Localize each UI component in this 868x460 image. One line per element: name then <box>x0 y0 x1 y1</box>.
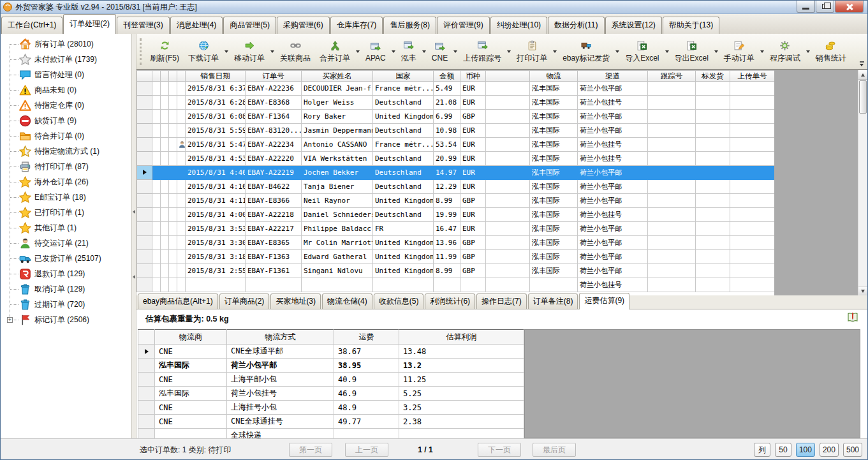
order-cell[interactable]: EUR <box>460 208 486 222</box>
debug-button[interactable]: 程序调试 <box>765 38 805 65</box>
order-cell[interactable] <box>486 264 530 278</box>
order-cell[interactable] <box>730 222 775 236</box>
order-cell[interactable]: United Kingdom <box>373 194 434 208</box>
order-cell[interactable]: EBAY-A22220 <box>246 152 302 166</box>
column-header[interactable]: 国家 <box>373 71 434 82</box>
order-cell[interactable]: 荷兰小包平邮 <box>578 250 648 264</box>
freight-row[interactable]: CNE上海平邮小包40.911.25 <box>138 373 524 387</box>
order-cell[interactable]: 12.29 <box>434 180 460 194</box>
order-cell[interactable]: 2015/8/31 5:47 <box>186 138 246 152</box>
flag-cell[interactable] <box>169 152 177 166</box>
order-cell[interactable]: 泓丰国际 <box>530 166 578 180</box>
detail-tab-freight-estimate[interactable]: 运费估算(9) <box>579 293 629 309</box>
order-cell[interactable] <box>696 208 730 222</box>
order-row[interactable]: 2015/8/31 4:00EBAY-A22218Daniel Schniede… <box>137 208 775 222</box>
menu-tab-order-processing[interactable]: 订单处理(2) <box>63 14 116 34</box>
order-cell[interactable]: 13.96 <box>434 236 460 250</box>
row-selector[interactable] <box>137 278 152 292</box>
order-cell[interactable] <box>186 278 246 292</box>
order-cell[interactable] <box>696 264 730 278</box>
ebay-mark-shipped-button[interactable]: ebay标记发货 <box>558 38 614 65</box>
flag-cell[interactable] <box>161 110 169 124</box>
order-cell[interactable] <box>696 250 730 264</box>
order-cell[interactable]: Jochen Bekker <box>302 166 373 180</box>
row-selector[interactable] <box>137 194 152 208</box>
order-cell[interactable]: Deutschland <box>373 124 434 138</box>
freight-cell[interactable] <box>155 429 227 439</box>
order-row[interactable]: 2015/8/31 6:37EBAY-A22236DECOUDIER Jean-… <box>137 82 775 96</box>
order-cell[interactable]: EBAY-83120... <box>246 124 302 138</box>
row-selector[interactable] <box>137 264 152 278</box>
flag-cell[interactable] <box>177 278 186 292</box>
order-cell[interactable]: 荷兰小包挂号 <box>578 208 648 222</box>
order-cell[interactable]: 5.49 <box>434 82 460 96</box>
order-cell[interactable]: 16.47 <box>434 222 460 236</box>
order-cell[interactable] <box>730 236 775 250</box>
order-cell[interactable]: 11.99 <box>434 250 460 264</box>
flag-cell[interactable] <box>169 166 177 180</box>
upload-tracking-dropdown-button[interactable] <box>506 50 511 53</box>
order-cell[interactable]: FR <box>373 222 434 236</box>
row-selector[interactable] <box>137 222 152 236</box>
minimize-button[interactable] <box>797 1 815 13</box>
order-cell[interactable] <box>648 138 696 152</box>
order-cell[interactable] <box>486 166 530 180</box>
freight-row[interactable]: 泓丰国际荷兰小包平邮38.9513.2 <box>138 359 524 373</box>
row-selector[interactable] <box>138 387 155 401</box>
menu-tab-dispute-processing[interactable]: 纠纷处理(10) <box>490 17 547 34</box>
flag-cell[interactable] <box>152 278 161 292</box>
book-icon[interactable] <box>847 312 858 323</box>
order-cell[interactable] <box>648 96 696 110</box>
freight-row[interactable]: CNECNE全球通挂号49.772.38 <box>138 415 524 429</box>
flag-cell[interactable] <box>177 138 186 152</box>
freight-cell[interactable]: 5.25 <box>399 387 524 401</box>
first-page-button[interactable]: 第一页 <box>289 443 332 457</box>
order-cell[interactable]: 2015/8/31 2:55 <box>186 264 246 278</box>
freight-cell[interactable]: 泓丰国际 <box>155 359 227 373</box>
sidebar-item-eub-orders[interactable]: E邮宝订单 (18) <box>1 189 131 205</box>
sidebar-item-refund-orders[interactable]: 退款订单 (129) <box>1 266 131 281</box>
order-cell[interactable]: 2015/8/31 6:08 <box>186 110 246 124</box>
order-cell[interactable]: VIA Werkstätten ... <box>302 152 373 166</box>
flag-cell[interactable] <box>152 82 161 96</box>
flag-cell[interactable] <box>152 208 161 222</box>
order-cell[interactable] <box>696 194 730 208</box>
order-cell[interactable] <box>730 138 775 152</box>
order-cell[interactable]: Singani Ndlovu <box>302 264 373 278</box>
order-cell[interactable]: 2015/8/31 4:46 <box>186 166 246 180</box>
order-cell[interactable]: 6.99 <box>434 110 460 124</box>
freight-cell[interactable]: 11.25 <box>399 373 524 387</box>
order-cell[interactable]: GBP <box>460 236 486 250</box>
row-selector[interactable] <box>138 373 155 387</box>
order-cell[interactable]: 泓丰国际 <box>530 236 578 250</box>
order-cell[interactable] <box>648 222 696 236</box>
order-row[interactable]: 2015/8/31 5:47EBAY-A22234Antonio CASSANO… <box>137 138 775 152</box>
flag-cell[interactable] <box>169 222 177 236</box>
order-cell[interactable]: 荷兰小包挂号 <box>578 96 648 110</box>
flag-cell[interactable] <box>152 194 161 208</box>
flag-column-header[interactable] <box>152 71 161 82</box>
restore-button[interactable] <box>816 1 834 13</box>
order-cell[interactable]: EUR <box>460 96 486 110</box>
order-cell[interactable]: EBAY-F1364 <box>246 110 302 124</box>
order-cell[interactable] <box>486 138 530 152</box>
detail-tab-order-notes[interactable]: 订单备注(8) <box>528 293 578 309</box>
menu-tab-system-settings[interactable]: 系统设置(12) <box>605 17 662 34</box>
order-cell[interactable]: EBAY-E8366 <box>246 194 302 208</box>
column-header[interactable]: 买家姓名 <box>302 71 373 82</box>
column-header[interactable]: 标发货 <box>696 71 730 82</box>
vertical-scrollbar[interactable] <box>858 70 867 295</box>
freight-cell[interactable]: 38.95 <box>334 359 399 373</box>
flag-cell[interactable] <box>177 264 186 278</box>
flag-cell[interactable] <box>177 82 186 96</box>
menu-tab-after-sales[interactable]: 售后服务(8) <box>383 17 436 34</box>
order-cell[interactable]: GBP <box>460 264 486 278</box>
order-cell[interactable]: Antonio CASSANO <box>302 138 373 152</box>
order-cell[interactable]: EUR <box>460 166 486 180</box>
order-cell[interactable]: 14.97 <box>434 166 460 180</box>
order-cell[interactable]: 2015/8/31 3:30 <box>186 236 246 250</box>
menu-tab-help-about[interactable]: 帮助关于(13) <box>663 17 719 34</box>
flag-cell[interactable] <box>177 152 186 166</box>
row-selector[interactable] <box>137 110 152 124</box>
order-cell[interactable]: Holger Weiss <box>302 96 373 110</box>
